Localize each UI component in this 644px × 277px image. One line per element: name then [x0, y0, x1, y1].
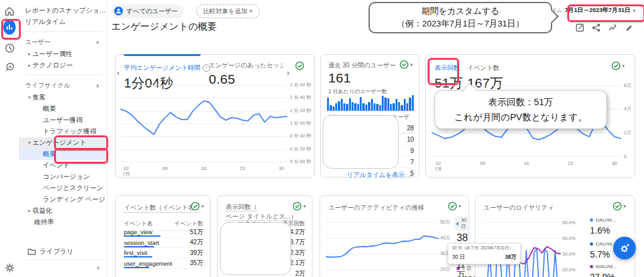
- customize-report-icon[interactable]: [575, 23, 585, 33]
- sidebar-item-label: コンバージョン: [43, 172, 90, 181]
- data-quality-badge[interactable]: ▾: [191, 201, 204, 211]
- sidebar-item[interactable]: ▾エンゲージメント: [19, 137, 107, 149]
- minute-bar: [409, 98, 411, 111]
- sidebar-item[interactable]: 概要: [19, 149, 107, 160]
- data-quality-badge[interactable]: ▾: [611, 61, 625, 71]
- card-engagement-time: ‹ › 平均エンゲージメント時間? 1分04秒 エンゲージのあったセッション数（…: [115, 54, 315, 178]
- minute-bar: [352, 102, 353, 111]
- chevron-down-icon[interactable]: ▾: [201, 204, 204, 209]
- next-metric-arrow[interactable]: ›: [287, 69, 289, 77]
- sidebar-item[interactable]: 概要: [19, 103, 107, 115]
- section-caret-icon[interactable]: ∧: [96, 83, 99, 89]
- tab-engaged-sessions[interactable]: エンゲージのあったセッション数（1 0.65: [209, 61, 283, 87]
- reports-icon[interactable]: [3, 21, 16, 33]
- sidebar-item[interactable]: イベント: [19, 160, 107, 171]
- sidebar-item[interactable]: ▾集客: [19, 92, 107, 103]
- sidebar-item[interactable]: ユーザー∧: [19, 36, 107, 48]
- sidebar-item-label: 概要: [43, 150, 56, 159]
- insights-fab-button[interactable]: [613, 237, 636, 259]
- sidebar-item[interactable]: コンバージョン: [19, 171, 107, 183]
- minute-bar: [396, 99, 397, 111]
- sidebar-collapse-button[interactable]: ‹: [97, 263, 99, 272]
- audience-chip[interactable]: すべてのユーザー: [111, 4, 184, 18]
- minute-bar: [327, 98, 329, 111]
- events-card-title[interactable]: イベント数（イベント名）: [124, 203, 201, 213]
- minute-bar: [392, 103, 394, 111]
- sidebar-item[interactable]: ユーザー獲得: [19, 115, 107, 126]
- sidebar-item[interactable]: ライフサイクル∧: [19, 79, 107, 92]
- card-user-loyalty: ユーザーのロイヤリティ ▾ 50.0%40.0%30.0%20.0% DAU/M…: [475, 195, 635, 277]
- sidebar-item-label: ユーザー属性: [33, 50, 73, 59]
- view-realtime-link[interactable]: リアルタイムを表示 →: [347, 168, 413, 179]
- sidebar-item-label: リアルタイム: [25, 18, 65, 26]
- advertising-icon[interactable]: [3, 60, 16, 73]
- redaction-box: [323, 115, 399, 169]
- minute-bar: [406, 103, 408, 111]
- pages-card-title[interactable]: 表示回数（ ページ タイトルとス...）: [226, 202, 297, 221]
- minute-bar: [357, 104, 359, 111]
- sidebar-item-label: イベント: [43, 161, 70, 170]
- expand-arrow-icon[interactable]: ▸: [28, 208, 31, 213]
- data-quality-badge[interactable]: ▾: [292, 201, 306, 211]
- sidebar: レポートのスナップショットリアルタイムユーザー∧▸ユーザー属性▸テクノロジーライ…: [19, 0, 108, 277]
- expand-arrow-icon[interactable]: ▸: [28, 52, 31, 57]
- sidebar-item-label: ランディング ページ: [43, 195, 105, 204]
- sidebar-item[interactable]: ▸収益化: [19, 205, 107, 217]
- redaction-box: [220, 222, 291, 275]
- minute-bar: [374, 103, 375, 111]
- home-icon[interactable]: [3, 5, 16, 18]
- sidebar-item[interactable]: リアルタイム: [19, 16, 107, 28]
- data-quality-badge[interactable]: [295, 61, 304, 71]
- legend-item[interactable]: 1 日6,003: [454, 264, 477, 277]
- minute-bar: [349, 98, 351, 111]
- sidebar-item-label: テクノロジー: [33, 61, 73, 70]
- data-quality-badge[interactable]: ▾: [399, 60, 413, 69]
- sidebar-item-label: レポートのスナップショット: [25, 6, 107, 15]
- sidebar-item[interactable]: レポートのスナップショット: [19, 5, 107, 16]
- table-row[interactable]: page_view51万: [124, 227, 203, 238]
- realtime-users-value: 161: [328, 71, 351, 86]
- insights-icon[interactable]: [608, 23, 618, 33]
- sidebar-item[interactable]: ▸テクノロジー: [19, 60, 107, 71]
- sidebar-item-label: トラフィック獲得: [43, 127, 96, 136]
- sidebar-item[interactable]: ランディング ページ: [19, 194, 107, 205]
- chevron-down-icon[interactable]: ▾: [303, 204, 306, 209]
- table-row[interactable]: session_start42万: [124, 238, 203, 249]
- report-toolbar: [575, 23, 634, 33]
- sidebar-item[interactable]: 維持率: [19, 217, 107, 228]
- table-row[interactable]: first_visit39万: [124, 248, 203, 259]
- legend-item[interactable]: DAU/M...1.6%: [587, 216, 618, 235]
- annotation-bubble-date: 期間をカスタムする （例：2023年7月1日～7月31日）: [369, 2, 552, 33]
- settings-gear-icon[interactable]: [3, 261, 16, 274]
- y-axis-labels: 2 分 00 秒1 分 40 秒1 分 20 秒1 分 00 秒0 分 40 秒…: [290, 85, 315, 162]
- chevron-down-icon[interactable]: ▾: [622, 64, 625, 69]
- sidebar-item-label: エンゲージメント: [33, 138, 87, 147]
- collapse-arrow-icon[interactable]: ▾: [28, 140, 31, 145]
- arrow-right-icon: →: [406, 171, 413, 178]
- card-event-count-by-name: イベント数（イベント名） ▾ イベント名イベント数 page_view51万se…: [115, 195, 211, 277]
- collapse-arrow-icon[interactable]: ▾: [28, 95, 31, 100]
- prev-metric-arrow[interactable]: ‹: [117, 69, 119, 77]
- legend-item[interactable]: WAU/M...27.9%: [587, 263, 619, 277]
- sidebar-item-library[interactable]: ライブラリ: [19, 246, 107, 258]
- minute-bar: [354, 103, 356, 111]
- y-axis-labels: 50.0%40.0%30.0%20.0%: [562, 222, 580, 269]
- sidebar-divider: [25, 259, 104, 260]
- explore-icon[interactable]: [3, 42, 16, 54]
- add-comparison-chip[interactable]: 比較対象を追加 +: [196, 4, 260, 18]
- share-icon[interactable]: [591, 23, 601, 33]
- edit-pencil-icon[interactable]: [624, 23, 634, 33]
- section-caret-icon[interactable]: ∧: [96, 40, 99, 45]
- date-range-value: 7月1日～2023年7月31日: [565, 6, 631, 14]
- audience-icon: [114, 6, 123, 17]
- annotation-bubble-views: 表示回数：51万 これが月間のPV数となります。: [435, 90, 607, 129]
- chevron-down-icon[interactable]: ▾: [410, 62, 413, 67]
- sidebar-item[interactable]: ページとスクリーン: [19, 183, 107, 194]
- sidebar-item[interactable]: トラフィック獲得: [19, 126, 107, 137]
- nav-rail: [0, 0, 19, 277]
- sidebar-item[interactable]: ▸ユーザー属性: [19, 48, 107, 60]
- expand-arrow-icon[interactable]: ▸: [28, 63, 31, 68]
- sidebar-item-label: 集客: [33, 93, 46, 102]
- table-row[interactable]: user_engagement35万: [124, 259, 203, 269]
- minute-bar: [330, 105, 331, 111]
